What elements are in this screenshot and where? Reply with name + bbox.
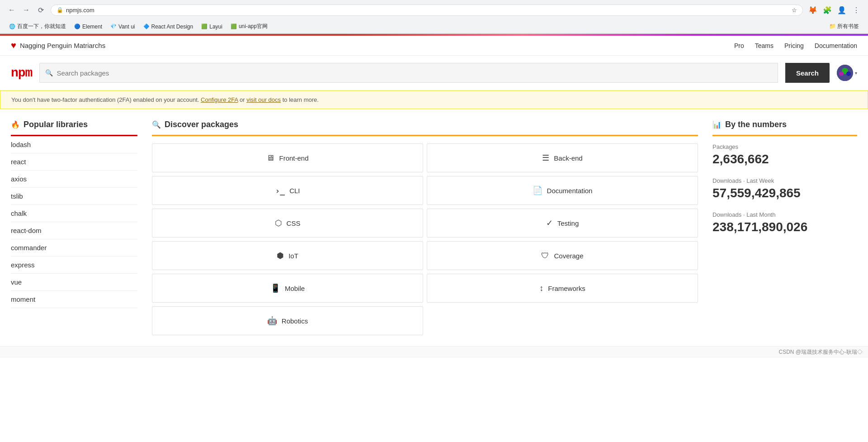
package-backend[interactable]: ☰ Back-end	[427, 143, 698, 172]
library-axios[interactable]: axios	[11, 171, 137, 188]
package-testing[interactable]: ✓ Testing	[427, 209, 698, 238]
package-frontend[interactable]: 🖥 Front-end	[152, 143, 423, 172]
documentation-icon: 📄	[533, 185, 542, 195]
address-text: npmjs.com	[66, 7, 789, 14]
package-frameworks-label: Frameworks	[548, 285, 585, 292]
extensions-btn[interactable]: 🦊	[807, 4, 819, 16]
package-documentation-label: Documentation	[547, 187, 593, 195]
nav-teams[interactable]: Teams	[755, 42, 774, 49]
site-nav: Pro Teams Pricing Documentation	[734, 42, 857, 49]
stat-downloads-week: Downloads · Last Week 57,559,429,865	[712, 177, 857, 200]
dropdown-arrow-icon: ▾	[855, 71, 857, 76]
library-react-dom[interactable]: react-dom	[11, 222, 137, 239]
package-testing-label: Testing	[557, 219, 579, 227]
warning-connector: or	[240, 96, 246, 103]
profile-icon[interactable]: 👤	[835, 4, 848, 16]
bookmark-baidu[interactable]: 🌐 百度一下，你就知道	[5, 21, 70, 32]
package-documentation[interactable]: 📄 Documentation	[427, 176, 698, 205]
forward-button[interactable]: →	[20, 4, 33, 16]
bookmark-label: uni-app官网	[239, 23, 268, 30]
frontend-icon: 🖥	[266, 153, 274, 163]
package-cli[interactable]: ›_ CLI	[152, 176, 423, 205]
package-frameworks[interactable]: ↕ Frameworks	[427, 274, 698, 303]
package-iot[interactable]: ⬢ IoT	[152, 241, 423, 270]
package-mobile-label: Mobile	[285, 285, 305, 292]
watermark-text: CSDN @瑞晟技术服务中心-耿瑞◇	[778, 349, 863, 355]
org-name: Nagging Penguin Matriarchs	[20, 42, 105, 49]
nav-documentation[interactable]: Documentation	[815, 42, 857, 49]
testing-icon: ✓	[546, 218, 553, 228]
bookmark-label: React Ant Design	[151, 24, 193, 30]
menu-icon[interactable]: ⋮	[850, 4, 863, 16]
bookmark-vant[interactable]: 💎 Vant ui	[107, 22, 138, 31]
nav-pricing[interactable]: Pricing	[784, 42, 804, 49]
numbers-section: 📊 By the numbers Packages 2,636,662 Down…	[712, 120, 857, 335]
bookmark-react-ant[interactable]: 🔷 React Ant Design	[140, 22, 197, 31]
element-icon: 🔵	[74, 24, 80, 30]
npm-logo: npm	[11, 66, 32, 80]
stat-downloads-week-label: Downloads · Last Week	[712, 177, 857, 184]
puzzle-icon[interactable]: 🧩	[821, 4, 834, 16]
bookmark-label: 百度一下，你就知道	[17, 23, 66, 30]
package-coverage-label: Coverage	[554, 252, 583, 260]
bookmarks-bar: 🌐 百度一下，你就知道 🔵 Element 💎 Vant ui 🔷 React …	[0, 20, 868, 33]
avatar-img	[837, 65, 853, 81]
package-iot-label: IoT	[288, 252, 298, 260]
baidu-icon: 🌐	[9, 24, 15, 30]
library-chalk[interactable]: chalk	[11, 205, 137, 222]
bookmark-layui[interactable]: 🟩 Layui	[198, 22, 226, 31]
library-moment[interactable]: moment	[11, 291, 137, 308]
library-lodash[interactable]: lodash	[11, 136, 137, 153]
discover-title: 🔍 Discover packages	[152, 120, 698, 136]
library-vue[interactable]: vue	[11, 274, 137, 291]
address-bar[interactable]: 🔒 npmjs.com ☆	[51, 5, 803, 16]
discover-label: Discover packages	[165, 120, 238, 129]
package-frontend-label: Front-end	[279, 154, 308, 162]
package-backend-label: Back-end	[554, 154, 582, 162]
mobile-icon: 📱	[270, 283, 280, 293]
configure-2fa-link[interactable]: Configure 2FA	[201, 96, 238, 103]
library-commander[interactable]: commander	[11, 239, 137, 257]
bookmarks-folder[interactable]: 📁 所有书签	[826, 21, 863, 32]
css-icon: ⬡	[275, 218, 282, 228]
bookmark-label: Vant ui	[118, 24, 135, 30]
bookmarks-more-label: 所有书签	[837, 23, 859, 29]
package-coverage[interactable]: 🛡 Coverage	[427, 241, 698, 270]
nav-pro[interactable]: Pro	[734, 42, 744, 49]
numbers-label: By the numbers	[725, 120, 787, 129]
bookmark-element[interactable]: 🔵 Element	[71, 22, 106, 31]
library-react[interactable]: react	[11, 153, 137, 171]
search-input[interactable]	[57, 69, 772, 77]
packages-grid: 🖥 Front-end ☰ Back-end ›_ CLI 📄 Document…	[152, 143, 698, 335]
browser-top-bar: ← → ⟳ 🔒 npmjs.com ☆ 🦊 🧩 👤 ⋮	[0, 0, 868, 20]
stat-downloads-week-value: 57,559,429,865	[712, 186, 857, 200]
flame-icon: 🔥	[11, 120, 20, 129]
library-express[interactable]: express	[11, 257, 137, 274]
heart-icon: ♥	[11, 40, 16, 51]
library-list: lodash react axios tslib chalk react-dom…	[11, 136, 137, 308]
search-button[interactable]: Search	[785, 63, 830, 83]
package-css[interactable]: ⬡ CSS	[152, 209, 423, 238]
discover-icon: 🔍	[152, 120, 161, 129]
folder-icon: 📁	[829, 23, 836, 29]
svg-rect-4	[839, 76, 851, 81]
package-css-label: CSS	[287, 219, 301, 227]
user-menu[interactable]: ▾	[837, 65, 857, 81]
stat-packages: Packages 2,636,662	[712, 143, 857, 166]
browser-actions: 🦊 🧩 👤 ⋮	[807, 4, 863, 16]
frameworks-icon: ↕	[539, 284, 543, 293]
package-robotics[interactable]: 🤖 Robotics	[152, 306, 423, 335]
numbers-title: 📊 By the numbers	[712, 120, 857, 136]
search-section: npm 🔍 Search ▾	[0, 56, 868, 90]
back-button[interactable]: ←	[5, 4, 18, 16]
package-mobile[interactable]: 📱 Mobile	[152, 274, 423, 303]
visit-docs-link[interactable]: visit our docs	[246, 96, 281, 103]
popular-libraries-section: 🔥 Popular libraries lodash react axios t…	[11, 120, 137, 335]
avatar[interactable]	[837, 65, 853, 81]
library-tslib[interactable]: tslib	[11, 188, 137, 205]
layui-icon: 🟩	[201, 24, 208, 30]
svg-point-2	[839, 71, 844, 76]
bookmark-uniapp[interactable]: 🟩 uni-app官网	[227, 21, 271, 32]
reload-button[interactable]: ⟳	[34, 4, 47, 16]
stat-downloads-month: Downloads · Last Month 238,171,890,026	[712, 211, 857, 234]
